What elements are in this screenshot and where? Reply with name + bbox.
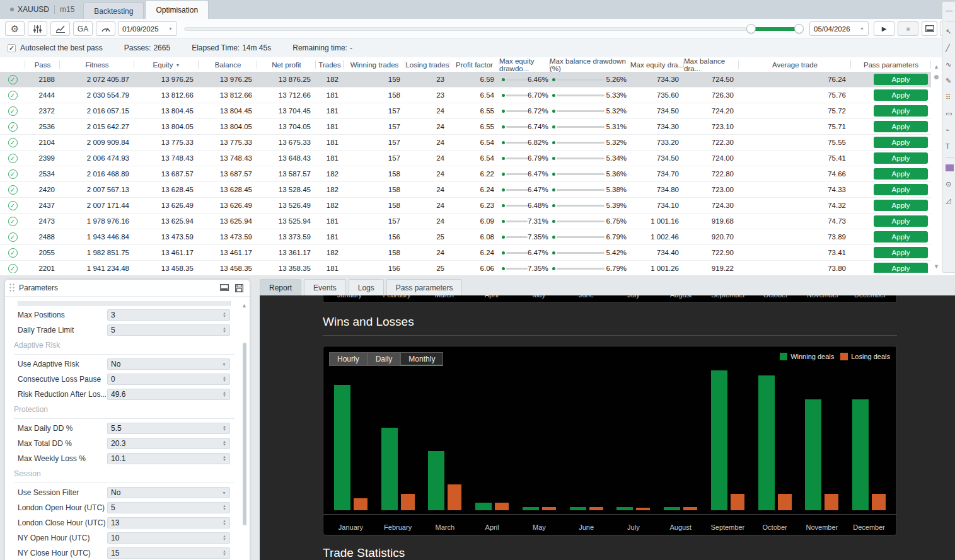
spinner-icon[interactable]: ▲▼ (223, 440, 226, 447)
autoselect-checkbox[interactable]: ✓ (8, 44, 16, 52)
spinner-icon[interactable]: ▲▼ (223, 520, 226, 526)
progress-handle-left[interactable] (746, 24, 756, 33)
date-from-select[interactable]: 01/09/2025 ▼ (118, 21, 177, 36)
parameter-input-use-session-filter[interactable]: No▼ (107, 487, 230, 498)
params-scroll-up-icon[interactable]: ▲ (241, 302, 247, 309)
spin-down-icon[interactable]: ▼ (223, 553, 226, 556)
scroll-down-icon[interactable]: ▼ (934, 263, 939, 270)
drag-handle-icon[interactable] (9, 283, 15, 293)
save-icon[interactable] (235, 284, 243, 292)
parameters-panel-header[interactable]: Parameters (5, 280, 250, 297)
date-to-select[interactable]: 05/04/2026 ▼ (809, 21, 869, 36)
report-tab-pass-parameters[interactable]: Pass parameters (386, 279, 463, 295)
spinner-icon[interactable]: ▲▼ (223, 391, 226, 397)
parameter-input-max-total-dd-[interactable]: 20.3▲▼ (107, 438, 230, 449)
grid-tool-icon[interactable]: ⠿ (942, 89, 955, 105)
apply-button[interactable]: Apply (874, 200, 928, 211)
table-row[interactable]: ✓21042 009 909.8413 775.3313 775.3313 67… (0, 135, 931, 151)
apply-button[interactable]: Apply (874, 184, 928, 195)
spin-down-icon[interactable]: ▼ (223, 508, 226, 511)
table-row[interactable]: ✓22011 941 234.4813 458.3513 458.3513 35… (0, 261, 931, 273)
start-button[interactable]: ▶ (874, 21, 894, 36)
parameter-input-ny-open-hour-utc-[interactable]: 10▲▼ (107, 532, 230, 544)
trendline-tool-icon[interactable]: ╱ (942, 40, 955, 56)
parameter-input-daily-trade-limit[interactable]: 5▲▼ (107, 324, 230, 336)
table-row[interactable]: ✓24372 007 171.4413 626.4913 626.4913 52… (0, 198, 931, 214)
apply-button[interactable]: Apply (874, 247, 928, 258)
parameter-input-max-weekly-loss-[interactable]: 10.1▲▼ (107, 453, 230, 464)
table-vertical-scrollbar[interactable]: ▲ ▼ (932, 60, 941, 272)
spinner-icon[interactable]: ▲▼ (223, 455, 226, 462)
spin-down-icon[interactable]: ▼ (223, 459, 226, 462)
column-header-max-balance-drawdown-[interactable]: Max balance drawdown (%) (550, 58, 630, 72)
table-row[interactable]: ✓20551 982 851.7513 461.1713 461.1713 36… (0, 245, 931, 261)
apply-button[interactable]: Apply (874, 152, 928, 164)
spinner-icon[interactable]: ▲▼ (223, 550, 226, 556)
column-header-icon[interactable] (0, 58, 25, 72)
fibonacci-tool-icon[interactable]: ⌁ (942, 122, 955, 138)
table-row[interactable]: ✓24202 007 567.1313 628.4513 628.4513 52… (0, 182, 931, 198)
color-swatch[interactable] (942, 159, 955, 176)
column-header-balance[interactable]: Balance (199, 58, 257, 72)
table-row[interactable]: ✓24731 978 976.1613 625.9413 625.9413 52… (0, 214, 931, 229)
genetic-algorithm-button[interactable]: GA (73, 21, 93, 36)
apply-button[interactable]: Apply (874, 231, 928, 243)
spinner-icon[interactable]: ▲▼ (223, 327, 226, 333)
apply-button[interactable]: Apply (874, 137, 928, 148)
table-row[interactable]: ✓21882 072 405.8713 976.2513 976.2513 87… (0, 72, 931, 88)
spinner-icon[interactable]: ▲▼ (223, 425, 226, 431)
column-header-max-balance-dra-[interactable]: Max balance dra... (684, 58, 739, 72)
parameter-input-risk-reduction-after-los-[interactable]: 49.6▲▼ (107, 389, 230, 400)
column-header-losing-trades[interactable]: Losing trades (405, 58, 449, 72)
circle-tool-icon[interactable]: ⊙ (942, 176, 955, 192)
report-content[interactable]: JanuaryFebruaryMarchAprilMayJuneJulyAugu… (260, 295, 955, 560)
optimization-graph-button[interactable] (50, 21, 70, 36)
column-header-profit-factor[interactable]: Profit factor (449, 58, 499, 72)
column-header-fitness[interactable]: Fitness (60, 58, 134, 72)
progress-handle-right[interactable] (794, 24, 804, 33)
column-header-trades[interactable]: Trades (316, 58, 344, 72)
rectangle-tool-icon[interactable]: ▭ (942, 105, 955, 122)
column-header-net-profit[interactable]: Net profit (257, 58, 316, 72)
symbol-tab[interactable]: XAUUSD m15 (0, 0, 83, 19)
table-row[interactable]: ✓24442 030 554.7913 812.6613 812.6613 71… (0, 88, 931, 103)
cursor-tool-icon[interactable]: ↖ (942, 23, 955, 40)
spin-down-icon[interactable]: ▼ (223, 394, 226, 397)
speed-gauge-button[interactable] (96, 21, 115, 36)
chevron-down-icon[interactable]: ▼ (222, 362, 226, 367)
report-tab-events[interactable]: Events (304, 279, 346, 295)
spinner-icon[interactable]: ▲▼ (223, 535, 226, 541)
spinner-icon[interactable]: ▲▼ (223, 312, 226, 318)
report-tab-logs[interactable]: Logs (349, 279, 384, 295)
chevron-down-icon[interactable]: ▼ (222, 491, 226, 495)
optimization-progress-track[interactable] (184, 27, 747, 31)
spinner-icon[interactable]: ▲▼ (223, 376, 226, 382)
table-row[interactable]: ✓23992 006 474.9313 748.4313 748.4313 64… (0, 151, 931, 166)
apply-button[interactable]: Apply (874, 168, 928, 180)
table-row[interactable]: ✓25362 015 642.2713 804.0513 804.0513 70… (0, 119, 931, 135)
params-scrollbar-thumb[interactable] (243, 343, 246, 525)
spin-down-icon[interactable]: ▼ (223, 379, 226, 382)
spin-down-icon[interactable]: ▼ (223, 315, 226, 318)
column-header-pass[interactable]: Pass (25, 58, 60, 72)
angle-tool-icon[interactable]: ◿ (942, 192, 955, 209)
toggle-panel-button[interactable] (922, 21, 937, 36)
text-tool-icon[interactable]: T (942, 138, 955, 154)
stop-button[interactable]: ■ (898, 21, 918, 36)
table-row[interactable]: ✓24881 943 446.8413 473.5913 473.5913 37… (0, 229, 931, 245)
channel-tool-icon[interactable]: ∿ (942, 56, 955, 72)
apply-button[interactable]: Apply (874, 74, 928, 85)
apply-button[interactable]: Apply (874, 263, 928, 273)
apply-button[interactable]: Apply (874, 89, 928, 101)
spin-down-icon[interactable]: ▼ (223, 428, 226, 431)
spin-down-icon[interactable]: ▼ (223, 523, 226, 526)
column-header-average-trade[interactable]: Average trade (739, 58, 851, 72)
table-row[interactable]: ✓23722 016 057.1513 804.4513 804.4513 70… (0, 103, 931, 119)
spin-down-icon[interactable]: ▼ (223, 330, 226, 333)
spin-down-icon[interactable]: ▼ (223, 443, 226, 447)
apply-button[interactable]: Apply (874, 121, 928, 132)
pencil-tool-icon[interactable]: ✎ (942, 72, 955, 89)
settings-gear-button[interactable]: ⚙ (5, 21, 25, 36)
scroll-up-icon[interactable]: ▲ (934, 64, 939, 70)
period-button-hourly[interactable]: Hourly (329, 352, 368, 366)
